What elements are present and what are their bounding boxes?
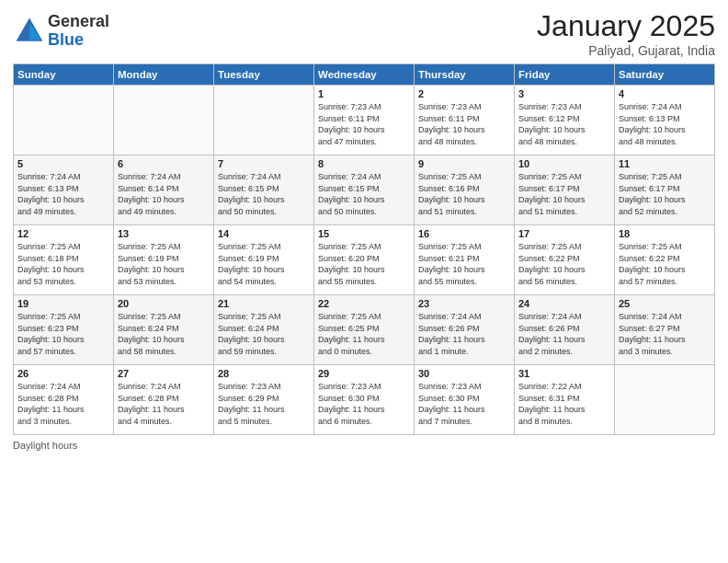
- calendar-cell: 18Sunrise: 7:25 AMSunset: 6:22 PMDayligh…: [615, 225, 715, 295]
- day-number: 6: [118, 158, 210, 169]
- calendar-cell: 16Sunrise: 7:25 AMSunset: 6:21 PMDayligh…: [415, 225, 515, 295]
- day-info: Sunrise: 7:23 AMSunset: 6:12 PMDaylight:…: [518, 101, 610, 147]
- day-number: 29: [318, 368, 410, 379]
- day-number: 10: [518, 158, 610, 169]
- day-info: Sunrise: 7:23 AMSunset: 6:30 PMDaylight:…: [318, 381, 410, 427]
- calendar-cell: [214, 86, 314, 155]
- calendar-cell: 8Sunrise: 7:24 AMSunset: 6:15 PMDaylight…: [314, 155, 415, 225]
- day-info: Sunrise: 7:25 AMSunset: 6:19 PMDaylight:…: [218, 241, 310, 287]
- day-info: Sunrise: 7:24 AMSunset: 6:15 PMDaylight:…: [218, 171, 310, 217]
- calendar-table: Sunday Monday Tuesday Wednesday Thursday…: [13, 63, 715, 435]
- calendar-cell: 7Sunrise: 7:24 AMSunset: 6:15 PMDaylight…: [214, 155, 314, 225]
- col-header-saturday: Saturday: [615, 64, 715, 86]
- calendar-cell: 31Sunrise: 7:22 AMSunset: 6:31 PMDayligh…: [515, 365, 615, 435]
- day-info: Sunrise: 7:24 AMSunset: 6:26 PMDaylight:…: [518, 311, 610, 357]
- calendar-cell: 14Sunrise: 7:25 AMSunset: 6:19 PMDayligh…: [214, 225, 314, 295]
- day-info: Sunrise: 7:25 AMSunset: 6:17 PMDaylight:…: [619, 171, 711, 217]
- day-number: 15: [318, 228, 410, 239]
- day-number: 11: [619, 158, 711, 169]
- calendar-cell: 12Sunrise: 7:25 AMSunset: 6:18 PMDayligh…: [14, 225, 114, 295]
- calendar-cell: 11Sunrise: 7:25 AMSunset: 6:17 PMDayligh…: [615, 155, 715, 225]
- day-info: Sunrise: 7:25 AMSunset: 6:22 PMDaylight:…: [619, 241, 711, 287]
- calendar-cell: 23Sunrise: 7:24 AMSunset: 6:26 PMDayligh…: [415, 295, 515, 365]
- logo: General Blue: [13, 13, 109, 50]
- day-number: 2: [418, 88, 510, 99]
- day-number: 31: [518, 368, 610, 379]
- day-number: 28: [218, 368, 310, 379]
- calendar-cell: 26Sunrise: 7:24 AMSunset: 6:28 PMDayligh…: [14, 365, 114, 435]
- day-info: Sunrise: 7:24 AMSunset: 6:13 PMDaylight:…: [619, 101, 711, 147]
- day-info: Sunrise: 7:25 AMSunset: 6:17 PMDaylight:…: [518, 171, 610, 217]
- day-number: 22: [318, 298, 410, 309]
- day-number: 16: [418, 228, 510, 239]
- col-header-sunday: Sunday: [14, 64, 114, 86]
- day-number: 23: [418, 298, 510, 309]
- svg-marker-1: [29, 23, 41, 40]
- day-info: Sunrise: 7:23 AMSunset: 6:29 PMDaylight:…: [218, 381, 310, 427]
- day-number: 5: [17, 158, 109, 169]
- title-block: January 2025 Paliyad, Gujarat, India: [537, 9, 715, 58]
- day-info: Sunrise: 7:24 AMSunset: 6:15 PMDaylight:…: [318, 171, 410, 217]
- day-info: Sunrise: 7:25 AMSunset: 6:24 PMDaylight:…: [118, 311, 210, 357]
- day-number: 26: [17, 368, 109, 379]
- calendar-week-row-0: 1Sunrise: 7:23 AMSunset: 6:11 PMDaylight…: [14, 86, 715, 155]
- col-header-tuesday: Tuesday: [214, 64, 314, 86]
- logo-text: General Blue: [48, 13, 109, 50]
- col-header-monday: Monday: [114, 64, 214, 86]
- calendar-cell: [14, 86, 114, 155]
- daylight-hours-label: Daylight hours: [13, 440, 77, 451]
- header: General Blue January 2025 Paliyad, Gujar…: [13, 9, 715, 58]
- calendar-cell: 28Sunrise: 7:23 AMSunset: 6:29 PMDayligh…: [214, 365, 314, 435]
- calendar-cell: 13Sunrise: 7:25 AMSunset: 6:19 PMDayligh…: [114, 225, 214, 295]
- calendar-cell: 2Sunrise: 7:23 AMSunset: 6:11 PMDaylight…: [415, 86, 515, 155]
- day-info: Sunrise: 7:24 AMSunset: 6:14 PMDaylight:…: [118, 171, 210, 217]
- calendar-cell: [114, 86, 214, 155]
- logo-icon: [13, 15, 46, 48]
- day-number: 1: [318, 88, 410, 99]
- day-info: Sunrise: 7:24 AMSunset: 6:28 PMDaylight:…: [118, 381, 210, 427]
- day-number: 19: [17, 298, 109, 309]
- location-title: Paliyad, Gujarat, India: [537, 43, 715, 58]
- month-title: January 2025: [537, 9, 715, 43]
- calendar-cell: 6Sunrise: 7:24 AMSunset: 6:14 PMDaylight…: [114, 155, 214, 225]
- day-info: Sunrise: 7:22 AMSunset: 6:31 PMDaylight:…: [518, 381, 610, 427]
- calendar-cell: 4Sunrise: 7:24 AMSunset: 6:13 PMDaylight…: [615, 86, 715, 155]
- day-info: Sunrise: 7:25 AMSunset: 6:20 PMDaylight:…: [318, 241, 410, 287]
- day-number: 14: [218, 228, 310, 239]
- calendar-header-row: Sunday Monday Tuesday Wednesday Thursday…: [14, 64, 715, 86]
- day-number: 3: [518, 88, 610, 99]
- day-number: 18: [619, 228, 711, 239]
- day-number: 12: [17, 228, 109, 239]
- col-header-friday: Friday: [515, 64, 615, 86]
- calendar-cell: [615, 365, 715, 435]
- calendar-week-row-4: 26Sunrise: 7:24 AMSunset: 6:28 PMDayligh…: [14, 365, 715, 435]
- day-info: Sunrise: 7:25 AMSunset: 6:23 PMDaylight:…: [17, 311, 109, 357]
- day-number: 24: [518, 298, 610, 309]
- day-number: 20: [118, 298, 210, 309]
- day-number: 30: [418, 368, 510, 379]
- day-number: 8: [318, 158, 410, 169]
- day-info: Sunrise: 7:24 AMSunset: 6:28 PMDaylight:…: [17, 381, 109, 427]
- calendar-cell: 19Sunrise: 7:25 AMSunset: 6:23 PMDayligh…: [14, 295, 114, 365]
- logo-general-text: General: [48, 13, 109, 31]
- calendar-cell: 10Sunrise: 7:25 AMSunset: 6:17 PMDayligh…: [515, 155, 615, 225]
- calendar-cell: 27Sunrise: 7:24 AMSunset: 6:28 PMDayligh…: [114, 365, 214, 435]
- calendar-cell: 30Sunrise: 7:23 AMSunset: 6:30 PMDayligh…: [415, 365, 515, 435]
- day-info: Sunrise: 7:25 AMSunset: 6:21 PMDaylight:…: [418, 241, 510, 287]
- day-info: Sunrise: 7:23 AMSunset: 6:11 PMDaylight:…: [318, 101, 410, 147]
- calendar-week-row-1: 5Sunrise: 7:24 AMSunset: 6:13 PMDaylight…: [14, 155, 715, 225]
- calendar-cell: 22Sunrise: 7:25 AMSunset: 6:25 PMDayligh…: [314, 295, 415, 365]
- calendar-week-row-2: 12Sunrise: 7:25 AMSunset: 6:18 PMDayligh…: [14, 225, 715, 295]
- day-info: Sunrise: 7:23 AMSunset: 6:11 PMDaylight:…: [418, 101, 510, 147]
- calendar-cell: 5Sunrise: 7:24 AMSunset: 6:13 PMDaylight…: [14, 155, 114, 225]
- day-number: 21: [218, 298, 310, 309]
- day-number: 7: [218, 158, 310, 169]
- day-number: 9: [418, 158, 510, 169]
- calendar-cell: 29Sunrise: 7:23 AMSunset: 6:30 PMDayligh…: [314, 365, 415, 435]
- calendar-cell: 9Sunrise: 7:25 AMSunset: 6:16 PMDaylight…: [415, 155, 515, 225]
- day-info: Sunrise: 7:24 AMSunset: 6:13 PMDaylight:…: [17, 171, 109, 217]
- day-info: Sunrise: 7:25 AMSunset: 6:18 PMDaylight:…: [17, 241, 109, 287]
- calendar-week-row-3: 19Sunrise: 7:25 AMSunset: 6:23 PMDayligh…: [14, 295, 715, 365]
- calendar-cell: 21Sunrise: 7:25 AMSunset: 6:24 PMDayligh…: [214, 295, 314, 365]
- day-number: 4: [619, 88, 711, 99]
